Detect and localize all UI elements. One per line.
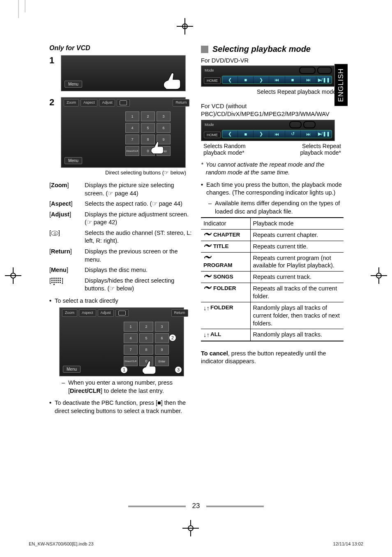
disc-tab[interactable]	[117, 99, 130, 107]
play-pause-button[interactable]: ▶/❚❚	[316, 76, 332, 84]
repeat-icon	[203, 254, 212, 262]
section-title-vcd: Only for VCD	[49, 44, 192, 52]
footer-left: EN_KW-NSX700/600[E].indb 23	[29, 541, 94, 546]
key-5[interactable]: 5	[141, 123, 155, 133]
key-direct-clr[interactable]: Direct/CLR	[125, 146, 139, 156]
skip-back-button[interactable]: ⏮	[269, 76, 285, 84]
prev-button[interactable]: ❮	[222, 130, 238, 138]
play-pause-button[interactable]: ▶/❚❚	[316, 130, 332, 138]
hairline	[25, 0, 25, 12]
step-number: 1	[49, 55, 59, 66]
key-4[interactable]: 4	[124, 333, 138, 343]
def-label-return: [Return]	[49, 248, 85, 264]
disc-tab[interactable]	[115, 309, 129, 317]
callout-circle-1: 1	[120, 366, 128, 374]
step-1: 1 Menu	[49, 55, 192, 91]
return-tab[interactable]: Return	[173, 99, 189, 107]
crop-mark-right	[371, 267, 387, 284]
key-9[interactable]: 9	[155, 345, 169, 355]
shuffle-icon: ↓↑	[203, 304, 210, 312]
pointing-hand-icon	[160, 70, 184, 90]
adjust-tab[interactable]: Adjust	[99, 99, 115, 107]
for-dvd-label: For DVD/DVD-VR	[201, 57, 344, 64]
menu-button[interactable]: Menu	[63, 366, 81, 373]
adjust-tab[interactable]: Adjust	[98, 309, 114, 317]
highlight-random	[289, 121, 302, 128]
footer-right: 12/11/14 13:02	[333, 541, 363, 546]
menu-button[interactable]: Menu	[65, 157, 82, 164]
definitions-list: [Zoom]Displays the picture size selectin…	[49, 181, 192, 293]
playback-mode-table: Indicator Playback mode CHAPTERRepeats c…	[201, 217, 344, 341]
home-button[interactable]: HOME	[204, 77, 221, 84]
mode-label: Mode	[205, 68, 214, 72]
highlight-repeat	[299, 67, 316, 74]
key-5[interactable]: 5	[139, 333, 153, 343]
def-text: Displays the disc menu.	[85, 266, 192, 274]
remote-dvd: Mode HOME ❮ ■ ❯ ⏮ ■ ⏭ ▶/❚❚	[201, 65, 335, 87]
def-text: Displays/hides the direct selecting butt…	[85, 277, 192, 293]
home-button[interactable]: HOME	[204, 132, 221, 138]
key-7[interactable]: 7	[125, 135, 139, 144]
return-tab[interactable]: Return	[171, 309, 188, 317]
zoom-tab[interactable]: Zoom	[62, 309, 77, 317]
right-column: Selecting playback mode For DVD/DVD-VR M…	[201, 44, 344, 418]
left-column: Only for VCD 1 Menu 2 Zoom Aspect Adjust…	[49, 44, 192, 418]
highlight-stop	[317, 67, 332, 74]
bullet-each-press: •Each time you press the button, the pla…	[201, 181, 344, 197]
callout-repeat: Selects Repeat playback mode	[201, 88, 336, 95]
crop-mark-bottom	[182, 520, 199, 536]
prev-button[interactable]: ❮	[222, 76, 238, 84]
key-6[interactable]: 6	[157, 123, 171, 133]
callout-circle-3: 3	[175, 366, 182, 374]
next-button[interactable]: ❯	[254, 130, 269, 138]
skip-back-button[interactable]: ⏮	[269, 130, 285, 138]
table-cell: Randomly plays all tracks of current fol…	[250, 302, 344, 329]
key-2[interactable]: 2	[139, 322, 153, 332]
table-cell: Repeats current title.	[250, 241, 344, 252]
crop-mark-top	[177, 18, 193, 35]
screenshot-step1: Menu	[61, 55, 186, 91]
pointing-hand-icon	[139, 358, 159, 375]
next-button[interactable]: ❯	[254, 76, 269, 84]
key-7[interactable]: 7	[124, 345, 138, 355]
hairline	[18, 0, 19, 18]
def-text: Displays the previous screen or the menu…	[85, 248, 192, 264]
callout-circle-2: 2	[169, 334, 176, 341]
stop-button[interactable]: ■	[238, 76, 254, 84]
table-head-indicator: Indicator	[201, 218, 250, 229]
menu-button[interactable]: Menu	[65, 81, 82, 88]
repeat-icon	[203, 273, 212, 281]
table-cell: Repeats current chapter.	[250, 229, 344, 241]
shuffle-icon: ↓↑	[203, 331, 210, 339]
remote-vcd: Mode HOME ❮ ■ ❯ ⏮ ↺ ⏭ ▶/❚❚	[201, 120, 335, 141]
aspect-tab[interactable]: Aspect	[81, 99, 98, 107]
key-8[interactable]: 8	[139, 345, 153, 355]
key-6[interactable]: 6	[155, 333, 169, 343]
key-1[interactable]: 1	[124, 322, 138, 332]
footnote-asterisk: *You cannot activate the repeat mode and…	[201, 161, 344, 177]
bullet-pbc: •To deactivate the PBC function, press […	[49, 399, 192, 415]
sub-wrong-number: –When you enter a wrong number, press [D…	[62, 379, 192, 395]
key-3[interactable]: 3	[155, 322, 169, 332]
stop2-button[interactable]: ■	[285, 76, 301, 84]
screenshot-step2: Zoom Aspect Adjust Return 1 2 3 4 5 6 7 …	[61, 97, 186, 168]
stop-button[interactable]: ■	[238, 130, 254, 138]
skip-fwd-button[interactable]: ⏭	[301, 76, 316, 84]
def-label-adjust: [Adjust]	[49, 211, 85, 227]
key-3[interactable]: 3	[157, 111, 171, 121]
two-callouts: Selects Randomplayback mode* Selects Rep…	[203, 143, 341, 156]
key-2[interactable]: 2	[141, 111, 155, 121]
skip-fwd-button[interactable]: ⏭	[301, 130, 316, 138]
key-1[interactable]: 1	[125, 111, 139, 121]
def-text: Displays the picture adjustment screen. …	[85, 211, 192, 227]
key-4[interactable]: 4	[125, 123, 139, 133]
screenshot-keypad: Zoom Aspect Adjust Return 1 2 3 4 5 6 7 …	[59, 307, 184, 376]
zoom-tab[interactable]: Zoom	[64, 99, 79, 107]
key-direct-clr[interactable]: Direct/CLR	[124, 356, 138, 366]
def-label-zoom: [Zoom]	[49, 181, 85, 197]
mode-label: Mode	[205, 123, 214, 127]
table-cell: Repeats all tracks of the current folder…	[250, 283, 344, 302]
aspect-tab[interactable]: Aspect	[79, 309, 96, 317]
sub-available: –Available items differ depending on the…	[208, 200, 344, 216]
icon-button[interactable]: ↺	[285, 130, 301, 138]
